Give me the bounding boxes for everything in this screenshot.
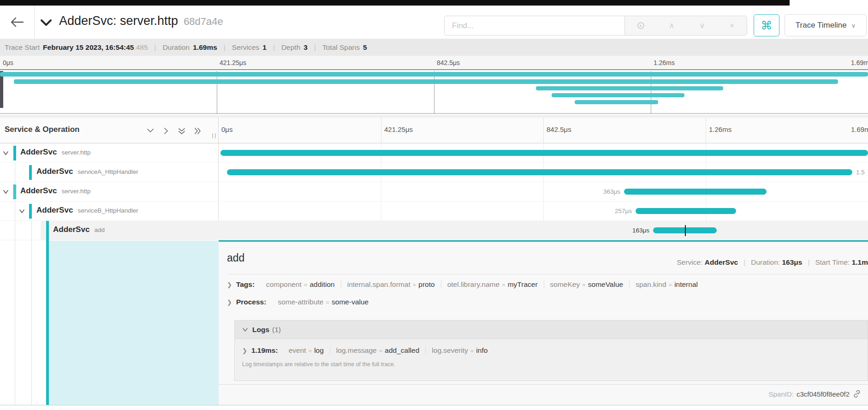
collapse-all-icon[interactable] [178, 127, 185, 135]
span-duration-label: 257μs [603, 208, 632, 214]
tree-guide-line [15, 163, 15, 405]
command-icon: ⌘ [761, 19, 773, 32]
trace-minimap[interactable] [0, 71, 868, 114]
timeline-tick-label: 421.25μs [384, 125, 413, 133]
expand-all-icon[interactable] [194, 127, 202, 135]
keyboard-shortcuts-button[interactable]: ⌘ [754, 14, 779, 36]
minimap-gridline [651, 71, 651, 114]
span-bar[interactable] [624, 189, 767, 195]
span-bar[interactable] [220, 150, 868, 156]
span-timeline-cell[interactable]: 363μs [219, 182, 868, 202]
span-timeline-cell[interactable] [219, 143, 868, 163]
chevron-right-icon: ❯ [227, 281, 232, 288]
meta-value: 1 [262, 43, 267, 52]
span-timeline-cell[interactable]: 257μs [219, 202, 868, 221]
clear-search-icon[interactable]: × [730, 22, 734, 30]
kv-key: internal.span.format [347, 280, 410, 288]
meta-value: 3 [303, 43, 308, 52]
span-row[interactable]: AdderSvcadd163μs [0, 221, 868, 240]
logs-note: Log timestamps are relative to the start… [235, 355, 868, 368]
expand-chevron-icon[interactable] [3, 151, 9, 155]
span-color-bar [29, 165, 32, 180]
kv-value: someValue [588, 280, 623, 288]
expand-one-icon[interactable] [163, 127, 169, 135]
meta-label: Trace Start [5, 43, 40, 52]
meta-value: February 15 2023, 16:54:45.485 [43, 43, 148, 52]
divider [219, 384, 868, 385]
separator: | [224, 43, 226, 52]
span-color-bar [46, 221, 49, 240]
span-timeline-cell[interactable]: 1.5 [219, 163, 868, 182]
span-color-bar [29, 204, 32, 219]
span-timeline-cell[interactable]: 163μs [219, 221, 868, 240]
span-bar[interactable] [227, 169, 852, 175]
span-bar[interactable] [636, 208, 736, 214]
chevron-down-icon: ∨ [851, 22, 856, 29]
key-value-pair: event=log [283, 346, 330, 355]
minimap-span-bar [536, 86, 723, 90]
equals-sign: = [666, 281, 675, 288]
top-nav-bar [0, 0, 790, 6]
log-event-marker[interactable] [685, 225, 686, 236]
trace-title-bar: AdderSvc: server.http68d7a4e ∧ ∨ × ⌘ Tra… [0, 6, 868, 39]
chevron-down-icon [242, 327, 248, 332]
logs-accordion-header[interactable]: Logs (1) [235, 321, 868, 339]
locate-span-icon[interactable] [637, 22, 644, 29]
span-operation-name: server.http [61, 149, 90, 156]
detail-span-overview: Service: AdderSvc|Duration: 163μs|Start … [677, 258, 868, 267]
minimap-span-bar [575, 100, 658, 104]
span-service-name: AdderSvcserver.http [20, 148, 90, 157]
span-row[interactable]: AdderSvcserver.http363μs [0, 182, 868, 202]
detail-span-name: add [227, 252, 244, 264]
span-row[interactable]: AdderSvcserviceA_HttpHandler1.5 [0, 163, 868, 182]
collapse-trace-chevron[interactable] [40, 18, 53, 27]
minimap-scrubber-handle[interactable] [0, 71, 3, 108]
find-input[interactable] [444, 16, 624, 36]
span-operation-name: serviceA_HttpHandler [77, 168, 138, 175]
meta-value: 1.69ms [193, 43, 217, 52]
span-row[interactable]: AdderSvcserver.http [0, 143, 868, 163]
overview-value: 1.1m [852, 258, 868, 266]
minimap-tick-label: 1.26ms [654, 59, 675, 66]
back-button[interactable] [0, 6, 35, 39]
tags-accordion[interactable]: ❯Tags:component=additioninternal.span.fo… [227, 280, 704, 289]
column-resize-grip[interactable] [212, 133, 216, 138]
minimap-span-bar [14, 79, 838, 84]
key-value-pair: span.kind=internal [629, 280, 704, 289]
minimap-gridline [434, 71, 434, 114]
kv-value: addition [309, 280, 334, 288]
kv-key: otel.library.name [447, 280, 499, 288]
timeline-tick-label: 1.69ms [851, 125, 868, 133]
span-row[interactable]: AdderSvcserviceB_HttpHandler257μs [0, 202, 868, 221]
meta-value: 5 [363, 43, 367, 52]
overview-value: 163μs [782, 258, 802, 266]
process-accordion[interactable]: ❯Process:some-attribute=some-value [227, 298, 375, 306]
prev-match-icon[interactable]: ∧ [669, 22, 674, 30]
timeline-tick-label: 0μs [221, 125, 233, 133]
kv-key: some-attribute [278, 298, 323, 306]
logs-count: (1) [272, 326, 281, 334]
separator: | [273, 43, 275, 52]
kv-value: log [314, 346, 324, 354]
selected-span-highlight [49, 241, 219, 405]
minimap-tick-label: 1.69ms [851, 59, 868, 66]
span-operation-name: add [94, 226, 105, 233]
trace-view-selector[interactable]: Trace Timeline ∨ [785, 14, 867, 36]
link-icon[interactable] [852, 389, 862, 398]
span-duration-label: 363μs [592, 188, 620, 195]
key-value-pair: otel.library.name=myTracer [441, 280, 544, 289]
span-service-name: AdderSvcserver.http [20, 186, 90, 196]
separator: | [808, 258, 809, 266]
kv-value: add_called [385, 346, 419, 354]
kv-value: info [476, 346, 488, 354]
collapse-one-icon[interactable] [147, 127, 154, 134]
kv-key: someKey [550, 280, 580, 288]
expand-chevron-icon[interactable] [19, 209, 25, 214]
expand-chevron-icon[interactable] [3, 190, 9, 194]
separator: | [743, 258, 745, 266]
kv-value: some-value [332, 298, 369, 306]
chevron-right-icon: ❯ [242, 347, 247, 354]
log-entry[interactable]: ❯1.19ms:event=loglog.message=add_calledl… [235, 339, 868, 355]
overview-label: Duration: [751, 258, 782, 266]
next-match-icon[interactable]: ∨ [699, 22, 705, 30]
